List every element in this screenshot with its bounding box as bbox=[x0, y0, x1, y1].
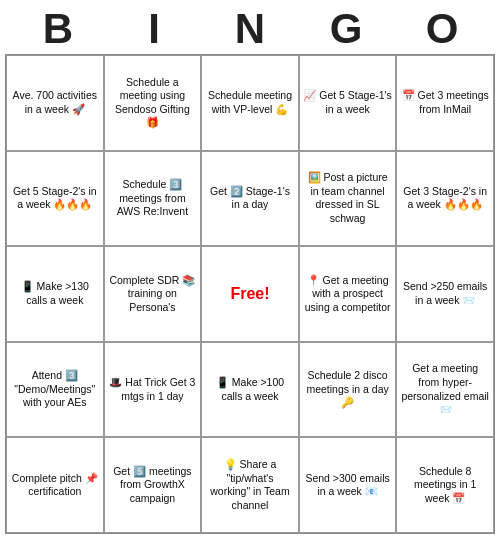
bingo-cell-r0c0: Ave. 700 activities in a week 🚀 bbox=[6, 55, 104, 151]
bingo-grid: Ave. 700 activities in a week 🚀Schedule … bbox=[5, 54, 495, 534]
bingo-cell-r3c4: Get a meeting from hyper-personalized em… bbox=[396, 342, 494, 438]
bingo-cell-r1c4: Get 3 Stage-2's in a week 🔥🔥🔥 bbox=[396, 151, 494, 247]
bingo-cell-r3c0: Attend 3️⃣ "Demo/Meetings" with your AEs bbox=[6, 342, 104, 438]
bingo-cell-r2c1: Complete SDR 📚 training on Persona's bbox=[104, 246, 202, 342]
letter-i: I bbox=[114, 8, 194, 50]
bingo-cell-r0c3: 📈 Get 5 Stage-1's in a week bbox=[299, 55, 397, 151]
bingo-cell-r3c2: 📱 Make >100 calls a week bbox=[201, 342, 299, 438]
bingo-cell-r2c4: Send >250 emails in a week 📨 bbox=[396, 246, 494, 342]
bingo-cell-r1c2: Get 2️⃣ Stage-1's in a day bbox=[201, 151, 299, 247]
bingo-cell-r4c0: Complete pitch 📌 certification bbox=[6, 437, 104, 533]
letter-o: O bbox=[402, 8, 482, 50]
bingo-cell-r3c1: 🎩 Hat Trick Get 3 mtgs in 1 day bbox=[104, 342, 202, 438]
bingo-cell-r0c4: 📅 Get 3 meetings from InMail bbox=[396, 55, 494, 151]
letter-b: B bbox=[18, 8, 98, 50]
bingo-cell-r4c3: Send >300 emails in a week 📧 bbox=[299, 437, 397, 533]
bingo-cell-r1c1: Schedule 3️⃣ meetings from AWS Re:Invent bbox=[104, 151, 202, 247]
bingo-header: B I N G O bbox=[10, 0, 490, 54]
bingo-cell-r0c2: Schedule meeting with VP-level 💪 bbox=[201, 55, 299, 151]
bingo-cell-r4c4: Schedule 8 meetings in 1 week 📅 bbox=[396, 437, 494, 533]
bingo-cell-r2c0: 📱 Make >130 calls a week bbox=[6, 246, 104, 342]
bingo-cell-r2c3: 📍 Get a meeting with a prospect using a … bbox=[299, 246, 397, 342]
bingo-cell-r4c1: Get 5️⃣ meetings from GrowthX campaign bbox=[104, 437, 202, 533]
bingo-cell-r4c2: 💡 Share a "tip/what's working" in Team c… bbox=[201, 437, 299, 533]
letter-g: G bbox=[306, 8, 386, 50]
bingo-cell-r3c3: Schedule 2 disco meetings in a day 🔑 bbox=[299, 342, 397, 438]
bingo-cell-r1c0: Get 5 Stage-2's in a week 🔥🔥🔥 bbox=[6, 151, 104, 247]
bingo-cell-r2c2: Free! bbox=[201, 246, 299, 342]
letter-n: N bbox=[210, 8, 290, 50]
bingo-cell-r0c1: Schedule a meeting using Sendoso Gifting… bbox=[104, 55, 202, 151]
bingo-cell-r1c3: 🖼️ Post a picture in team channel dresse… bbox=[299, 151, 397, 247]
